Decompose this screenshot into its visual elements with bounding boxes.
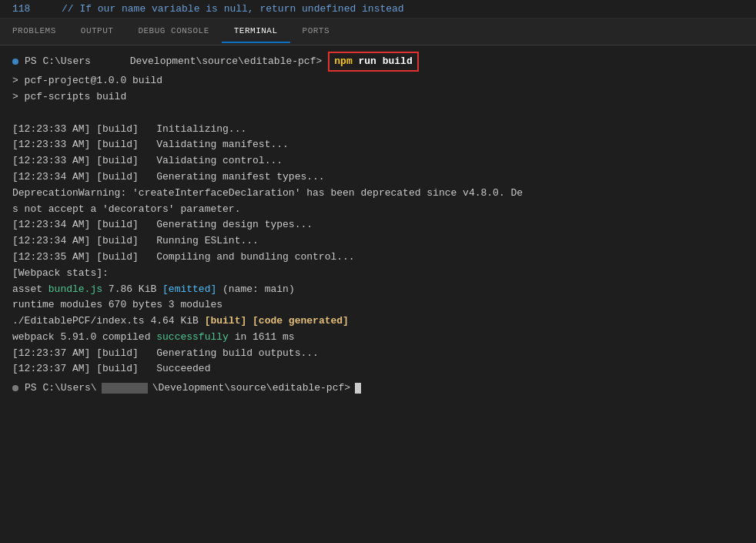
prompt-prefix: PS C:\Users: [25, 54, 91, 69]
output-line-4: [12:23:33 AM] [build] Validating manifes…: [12, 137, 744, 153]
output-line-10: [12:23:37 AM] [build] Generating build o…: [12, 346, 744, 362]
tab-bar: PROBLEMS OUTPUT DEBUG CONSOLE TERMINAL P…: [0, 18, 756, 45]
output-line-index: ./EditablePCF/index.ts 4.64 KiB [built] …: [12, 313, 744, 330]
prompt2-prefix: PS C:\Users\: [25, 380, 97, 396]
output-line-9: [12:23:35 AM] [build] Compiling and bund…: [12, 250, 744, 266]
output-line-7: [12:23:34 AM] [build] Generating design …: [12, 217, 744, 233]
output-line-6: [12:23:34 AM] [build] Generating manifes…: [12, 169, 744, 186]
terminal-body[interactable]: PS C:\Users Development\source\editable-…: [0, 45, 756, 537]
line-number: 118: [12, 3, 43, 15]
tab-ports[interactable]: PORTS: [290, 20, 343, 43]
output-line-1: > pcf-project@1.0.0 build: [12, 73, 744, 89]
tab-problems[interactable]: PROBLEMS: [0, 20, 69, 43]
output-line-2: > pcf-scripts build: [12, 89, 744, 106]
terminal-dot-blue: [12, 59, 18, 65]
terminal-dot-gray: [12, 385, 18, 391]
prompt-line-2: PS C:\Users\ \Development\source\editabl…: [12, 380, 744, 396]
terminal-output: > pcf-project@1.0.0 build > pcf-scripts …: [12, 73, 744, 377]
output-line-5: [12:23:33 AM] [build] Validating control…: [12, 153, 744, 169]
output-line-runtime: runtime modules 670 bytes 3 modules: [12, 297, 744, 313]
output-line-8: [12:23:34 AM] [build] Running ESLint...: [12, 233, 744, 250]
output-line-blank-1: [12, 106, 744, 122]
output-line-webpack: [Webpack stats]:: [12, 266, 744, 282]
redacted-username: [102, 383, 148, 394]
code-comment: // If our name variable is null, return …: [62, 3, 404, 15]
code-bar: 118 // If our name variable is null, ret…: [0, 0, 756, 18]
prompt2-suffix: \Development\source\editable-pcf>: [152, 380, 350, 396]
tab-output[interactable]: OUTPUT: [69, 20, 126, 43]
output-line-deprecation2: s not accept a 'decorators' parameter.: [12, 202, 744, 218]
terminal-cursor: [355, 383, 361, 394]
output-line-deprecation: DeprecationWarning: 'createInterfaceDecl…: [12, 186, 744, 202]
run-build-label: run build: [359, 55, 413, 67]
npm-run-build-box: npm run build: [328, 52, 418, 72]
output-line-succeeded: [12:23:37 AM] [build] Succeeded: [12, 361, 744, 377]
output-line-3: [12:23:33 AM] [build] Initializing...: [12, 122, 744, 138]
npm-label: npm: [334, 55, 352, 67]
prompt-path: Development\source\editable-pcf>: [94, 54, 322, 69]
output-line-webpack-compiled: webpack 5.91.0 compiled successfully in …: [12, 330, 744, 346]
prompt-line-1: PS C:\Users Development\source\editable-…: [12, 52, 744, 72]
tab-terminal[interactable]: TERMINAL: [222, 20, 290, 43]
tab-debug-console[interactable]: DEBUG CONSOLE: [125, 20, 221, 43]
output-line-asset: asset bundle.js 7.86 KiB [emitted] (name…: [12, 282, 744, 298]
